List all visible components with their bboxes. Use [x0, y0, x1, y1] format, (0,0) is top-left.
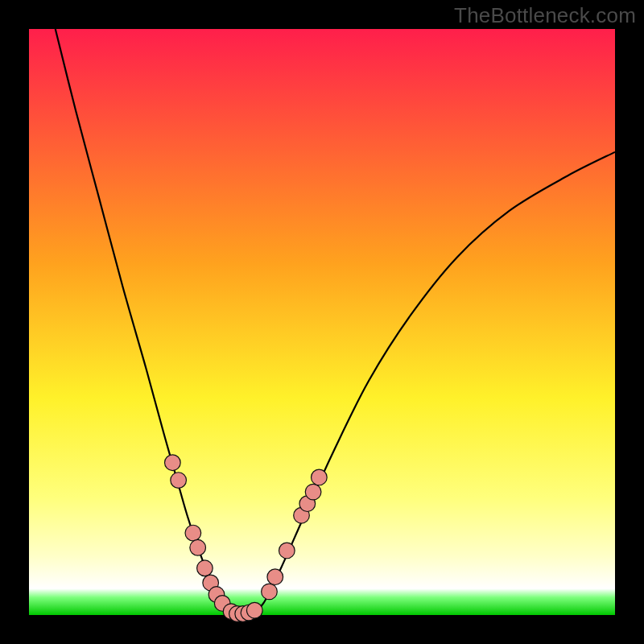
- data-marker: [197, 560, 213, 576]
- data-marker: [312, 469, 328, 485]
- data-marker: [165, 455, 181, 471]
- data-marker: [262, 584, 278, 600]
- bottleneck-chart: [0, 0, 644, 644]
- data-marker: [185, 525, 201, 541]
- data-marker: [190, 539, 206, 555]
- data-marker: [305, 484, 321, 500]
- watermark-text: TheBottleneck.com: [454, 3, 636, 28]
- data-marker: [171, 473, 187, 489]
- data-marker: [246, 602, 262, 618]
- data-marker: [267, 569, 283, 585]
- data-marker: [279, 543, 295, 559]
- plot-area: [29, 29, 615, 615]
- chart-stage: TheBottleneck.com: [0, 0, 644, 644]
